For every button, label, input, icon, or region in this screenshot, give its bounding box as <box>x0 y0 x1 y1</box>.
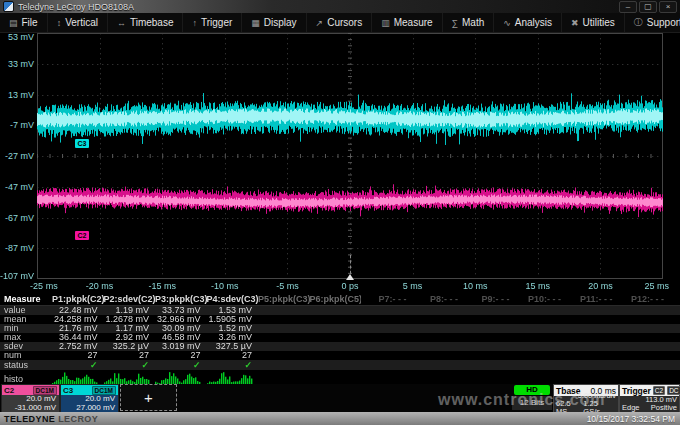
y-tick-label: -87 mV <box>0 243 34 253</box>
y-tick-label: -27 mV <box>0 151 34 161</box>
x-tick-label: 0 ps <box>341 281 358 291</box>
x-tick-label: -5 ms <box>276 281 299 291</box>
file-icon: ▤ <box>9 18 18 28</box>
measure-row-label: value <box>0 306 52 315</box>
measure-row-label: status <box>0 360 52 370</box>
menu-item-timebase[interactable]: ↔Timebase <box>108 13 184 32</box>
measure-column-header-p3[interactable]: P3:pkpk(C3) <box>155 293 207 305</box>
measure-column-header-p9: P9:- - - <box>464 293 516 305</box>
trigger-label: Trigger <box>622 386 651 396</box>
measure-cell: 2.92 mV <box>104 333 156 342</box>
menu-item-vertical[interactable]: ↕Vertical <box>48 13 108 32</box>
vertical-icon: ↕ <box>57 18 62 28</box>
menu-item-utilities[interactable]: ✖Utilities <box>562 13 625 32</box>
measure-cell: 32.966 mV <box>155 315 207 324</box>
measure-row-sdev: sdev2.752 mV325.2 µV3.019 mV327.5 µV <box>0 342 680 351</box>
resolution-bits: 12 Bits <box>512 396 552 410</box>
measure-column-header-p12: P12:- - - <box>619 293 671 305</box>
channel-offset: -31.000 mV <box>2 404 59 413</box>
measure-cell: 327.5 µV <box>207 342 259 351</box>
measure-cell: 27 <box>207 351 259 360</box>
x-tick-label: -15 ms <box>148 281 176 291</box>
measure-column-header-p8: P8:- - - <box>413 293 465 305</box>
measure-row-label: min <box>0 324 52 333</box>
menu-bar: ▤File↕Vertical↔Timebase↑Trigger▦Display↗… <box>0 13 680 33</box>
channel-id: C2 <box>4 386 14 395</box>
x-tick-label: -20 ms <box>86 281 114 291</box>
measure-row-max: max36.44 mV2.92 mV46.58 mV3.26 mV <box>0 333 680 342</box>
utilities-icon: ✖ <box>571 18 579 28</box>
measure-cell: 22.48 mV <box>52 306 104 315</box>
y-tick-label: 33 mV <box>0 59 34 69</box>
support-icon: ⓘ <box>634 16 643 29</box>
brand-logo: TELEDYNELECROY <box>0 414 98 424</box>
minimize-button[interactable]: – <box>619 1 637 13</box>
channel-marker-c2[interactable]: C2 <box>75 231 89 240</box>
measure-column-header-p6: P6:pkpk(C5) <box>310 293 362 305</box>
measure-cell: 27 <box>155 351 207 360</box>
timebase-descriptor[interactable]: Tbase 0.0 ms 5.00 ms/div 62.5 MS 1.25 GS… <box>553 384 619 413</box>
channel-marker-c3[interactable]: C3 <box>75 139 89 148</box>
measure-cell: 2.752 mV <box>52 342 104 351</box>
y-tick-label: 13 mV <box>0 90 34 100</box>
status-check-icon: ✓ <box>193 360 201 370</box>
menu-item-support[interactable]: ⓘSupport <box>625 13 680 32</box>
x-tick-label: 10 ms <box>463 281 488 291</box>
menu-item-analysis[interactable]: ∿Analysis <box>494 13 562 32</box>
analysis-icon: ∿ <box>503 18 511 28</box>
add-channel-button[interactable]: + <box>120 384 177 411</box>
menu-item-display[interactable]: ▦Display <box>242 13 306 32</box>
measure-row-label: sdev <box>0 342 52 351</box>
measure-cell: 33.73 mV <box>155 306 207 315</box>
measure-cell: 27 <box>104 351 156 360</box>
measure-header-row: MeasureP1:pkpk(C2)P2:sdev(C2)P3:pkpk(C3)… <box>0 293 680 306</box>
measure-row-label: mean <box>0 315 52 324</box>
status-cell: ✓ <box>207 360 259 370</box>
menu-items: ▤File↕Vertical↔Timebase↑Trigger▦Display↗… <box>0 13 680 32</box>
status-cell: ✓ <box>155 360 207 370</box>
trigger-coupling-badge: DC <box>667 386 680 395</box>
status-check-icon: ✓ <box>141 360 149 370</box>
trigger-descriptor[interactable]: Trigger C2 DC 113.0 mV Edge Positive <box>619 384 680 413</box>
measure-icon: ▥ <box>381 18 390 28</box>
measure-column-header-p7: P7:- - - <box>361 293 413 305</box>
x-tick-label: 15 ms <box>526 281 551 291</box>
hd-mode-indicator[interactable]: HD 12 Bits <box>512 385 552 410</box>
measure-column-header-p2[interactable]: P2:sdev(C2) <box>104 293 156 305</box>
measure-row-num: num27272727 <box>0 351 680 360</box>
hd-badge: HD <box>514 385 550 395</box>
menu-item-math[interactable]: ∑Math <box>443 13 495 32</box>
channel-descriptor-c3[interactable]: C3DC1M20.0 mV27.000 mV <box>60 384 119 413</box>
status-check-icon: ✓ <box>244 360 252 370</box>
menu-item-file[interactable]: ▤File <box>0 13 48 32</box>
waveform-canvas[interactable] <box>37 33 663 279</box>
measure-row-value: value22.48 mV1.19 mV33.73 mV1.53 mV <box>0 306 680 315</box>
menu-item-cursors[interactable]: ↗Cursors <box>307 13 373 32</box>
menu-item-measure[interactable]: ▥Measure <box>372 13 442 32</box>
measure-column-header-p4[interactable]: P4:sdev(C3) <box>207 293 259 305</box>
waveform-grid[interactable]: C3 C2 <box>37 33 663 279</box>
oscilloscope-screen: Teledyne LeCroy HDO8108A –▢× ▤File↕Verti… <box>0 0 680 425</box>
measure-column-header-p5: P5:pkpk(C3) <box>258 293 310 305</box>
measure-cell: 21.76 mV <box>52 324 104 333</box>
measure-column-header-p1[interactable]: P1:pkpk(C2) <box>52 293 104 305</box>
cursors-icon: ↗ <box>316 18 324 28</box>
channel-descriptor-c2[interactable]: C2DC1M20.0 mV-31.000 mV <box>1 384 60 413</box>
trigger-type: Edge <box>622 404 640 412</box>
measure-column-header-p11: P11:- - - <box>567 293 619 305</box>
trigger-position-marker[interactable] <box>346 274 354 280</box>
menu-item-trigger[interactable]: ↑Trigger <box>183 13 242 32</box>
close-button[interactable]: × <box>659 1 677 13</box>
measure-row-mean: mean24.258 mV1.2678 mV32.966 mV1.5905 mV <box>0 315 680 324</box>
status-check-icon: ✓ <box>90 360 98 370</box>
measure-cell: 325.2 µV <box>104 342 156 351</box>
maximize-button[interactable]: ▢ <box>639 1 657 13</box>
measure-row-label: max <box>0 333 52 342</box>
trigger-source-badge: C2 <box>653 386 665 395</box>
measure-cell: 1.17 mV <box>104 324 156 333</box>
x-tick-label: -10 ms <box>211 281 239 291</box>
measure-cell: 1.52 mV <box>207 324 259 333</box>
y-tick-label: -107 mV <box>0 271 34 281</box>
channel-offset: 27.000 mV <box>61 404 118 413</box>
trigger-icon: ↑ <box>192 18 197 28</box>
